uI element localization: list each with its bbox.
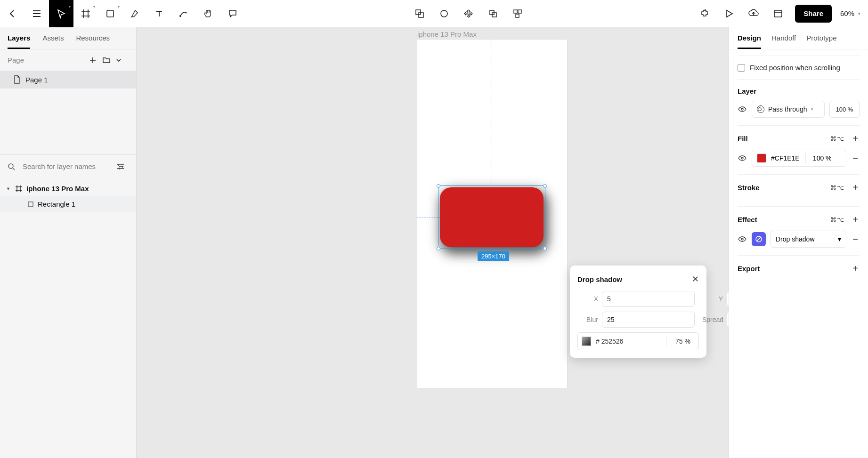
add-fill-icon[interactable]: + (851, 133, 860, 144)
plugin-button[interactable] (692, 0, 717, 27)
frame-icon (15, 185, 23, 193)
comment-tool[interactable] (220, 0, 245, 27)
boolean-tool[interactable] (407, 0, 432, 27)
svg-rect-8 (518, 10, 521, 13)
combine-tool[interactable] (481, 0, 505, 27)
tab-assets[interactable]: Assets (42, 34, 64, 49)
chevron-down-icon: ▾ (858, 11, 860, 16)
label-y: Y (702, 295, 723, 303)
pen-tool[interactable] (122, 0, 147, 27)
components-tool[interactable] (505, 0, 530, 27)
add-export-icon[interactable]: + (851, 263, 860, 274)
shadow-opacity[interactable]: 75 % (671, 337, 695, 345)
input-y[interactable] (727, 291, 729, 307)
move-tool[interactable]: ▾ (49, 0, 73, 27)
layer-item-rectangle[interactable]: Rectangle 1 (0, 196, 136, 212)
effect-visibility-toggle[interactable] (738, 236, 747, 242)
label-blur: Blur (577, 316, 598, 323)
page-name: Page 1 (25, 76, 48, 84)
panels-button[interactable] (766, 0, 790, 27)
tab-handoff[interactable]: Handoff (771, 34, 796, 49)
rectangle-shape[interactable] (440, 187, 544, 247)
fill-color-code: #CF1E1E (771, 154, 800, 162)
label-x: X (577, 295, 598, 303)
hand-tool[interactable] (196, 0, 220, 27)
effect-shortcut-icon: ⌘⌥ (830, 216, 844, 223)
left-panel: Layers Assets Resources Page Page 1 (0, 27, 137, 458)
transform-tool[interactable] (456, 0, 481, 27)
dimension-badge: 295×170 (478, 251, 509, 261)
effect-settings-icon[interactable] (752, 232, 766, 246)
chevron-down-icon: ▾ (838, 235, 841, 243)
tab-prototype[interactable]: Prototype (806, 34, 836, 49)
add-page-icon[interactable] (89, 56, 102, 64)
add-stroke-icon[interactable]: + (851, 182, 860, 193)
back-button[interactable] (0, 0, 24, 27)
artboard-label[interactable]: iphone 13 Pro Max (417, 30, 477, 38)
caret-down-icon[interactable]: ▾ (5, 186, 11, 191)
search-icon (8, 163, 20, 170)
layer-title: Layer (738, 87, 756, 95)
page-item[interactable]: Page 1 (0, 71, 136, 88)
menu-button[interactable] (24, 0, 49, 27)
tab-layers[interactable]: Layers (8, 34, 30, 49)
effect-type-value: Drop shadow (776, 235, 815, 243)
fill-opacity[interactable]: 100 % (811, 154, 833, 162)
share-button[interactable]: Share (795, 5, 832, 23)
shadow-swatch[interactable] (582, 337, 591, 346)
collapse-pages-icon[interactable] (115, 57, 129, 64)
filter-icon[interactable] (116, 163, 129, 170)
layer-item-name: Rectangle 1 (38, 200, 75, 208)
vector-tool[interactable] (171, 0, 196, 27)
blend-mode-select[interactable]: Pass through ▾ (752, 101, 825, 118)
svg-rect-9 (516, 14, 519, 17)
frame-tool[interactable]: ▾ (73, 0, 98, 27)
canvas[interactable]: iphone 13 Pro Max 295×170 Drop shadow ✕ … (137, 27, 729, 458)
fixed-position-row[interactable]: Fixed position when scrolling (738, 61, 860, 80)
layer-opacity-input[interactable]: 100 % (829, 101, 860, 118)
section-fill: Fill ⌘⌥ + #CF1E1E 100 % (738, 126, 860, 175)
label-spread: Spread (702, 316, 723, 323)
svg-rect-12 (28, 202, 33, 207)
rect-icon (27, 201, 34, 208)
input-x[interactable] (602, 291, 695, 307)
fill-swatch[interactable] (757, 153, 766, 163)
fill-color-box[interactable]: #CF1E1E 100 % (752, 150, 846, 167)
svg-rect-0 (107, 10, 114, 17)
svg-point-1 (179, 15, 181, 17)
chevron-down-icon: ▾ (811, 107, 813, 112)
fixed-pos-checkbox[interactable] (738, 64, 745, 72)
guide-horizontal (417, 217, 440, 218)
remove-effect-icon[interactable]: − (851, 234, 860, 245)
fill-visibility-toggle[interactable] (738, 155, 747, 161)
blend-mode-value: Pass through (768, 105, 807, 113)
input-blur[interactable] (602, 312, 695, 328)
svg-point-14 (741, 157, 743, 159)
clipped-section (738, 49, 860, 56)
add-effect-icon[interactable]: + (851, 214, 860, 225)
popup-title: Drop shadow (577, 275, 622, 283)
svg-point-4 (441, 10, 447, 17)
play-button[interactable] (717, 0, 741, 27)
shadow-color-row[interactable]: # 252526 75 % (577, 332, 699, 350)
svg-rect-3 (419, 13, 423, 17)
rectangle-tool[interactable]: ▾ (98, 0, 122, 27)
tab-design[interactable]: Design (738, 34, 761, 49)
effect-type-select[interactable]: Drop shadow ▾ (771, 231, 846, 248)
svg-point-15 (741, 238, 743, 240)
section-export: Export + (738, 256, 860, 287)
remove-fill-icon[interactable]: − (851, 153, 860, 164)
upload-button[interactable] (741, 0, 766, 27)
ellipse-tool[interactable] (432, 0, 456, 27)
visibility-toggle[interactable] (738, 106, 747, 112)
text-tool[interactable] (147, 0, 171, 27)
layer-search-input[interactable] (20, 160, 116, 173)
zoom-control[interactable]: 60% ▾ (836, 9, 868, 17)
input-spread[interactable] (727, 312, 729, 328)
folder-icon[interactable] (102, 56, 115, 64)
stroke-title: Stroke (738, 184, 760, 192)
layer-frame[interactable]: ▾ iphone 13 Pro Max (0, 181, 136, 196)
close-icon[interactable]: ✕ (692, 274, 699, 284)
svg-rect-2 (416, 10, 421, 15)
tab-resources[interactable]: Resources (76, 34, 110, 49)
